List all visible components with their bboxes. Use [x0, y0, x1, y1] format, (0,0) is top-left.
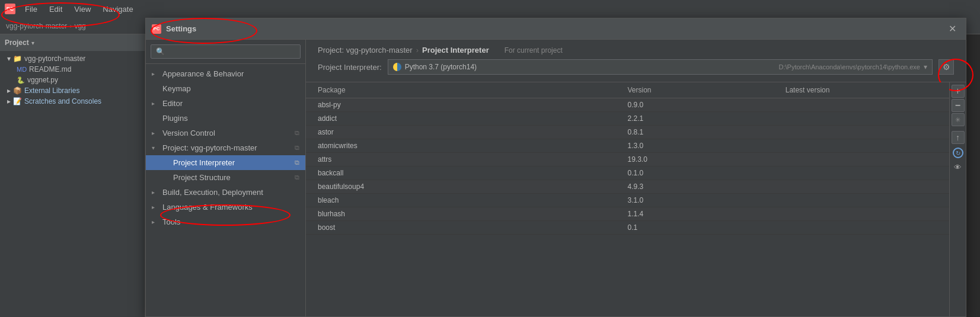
expand-icon5: ▸ — [152, 130, 159, 136]
sidebar-item-external-libs[interactable]: ▸ 📦 External Libraries — [0, 85, 145, 96]
ide-menubar: PC File Edit View Navigate — [0, 0, 980, 18]
settings-nav-interpreter[interactable]: Project Interpreter ⧉ — [146, 155, 305, 170]
settings-nav-vcs[interactable]: ▸ Version Control ⧉ — [146, 126, 305, 140]
settings-nav: ▸ Appearance & Behavior Keymap ▸ Editor — [146, 40, 306, 316]
sidebar-dropdown-icon[interactable]: ▾ — [31, 40, 34, 46]
table-row[interactable]: atomicwrites 1.3.0 — [306, 139, 949, 153]
table-row[interactable]: boost 0.1 — [306, 221, 949, 235]
expand-icon9: ▸ — [152, 189, 159, 196]
interpreter-select[interactable]: Python 3.7 (pytorch14) D:\Pytorch\Anacon… — [388, 59, 933, 75]
table-row[interactable]: beautifulsoup4 4.9.3 — [306, 180, 949, 194]
sidebar-item-vggnet[interactable]: 🐍 vggnet.py — [0, 75, 145, 85]
settings-nav-appearance[interactable]: ▸ Appearance & Behavior — [146, 66, 305, 81]
packages-sidebar: + − ✳ ↑ ↻ 👁 — [949, 82, 966, 316]
table-row[interactable]: addict 2.2.1 — [306, 112, 949, 126]
packages-area: Package Version Latest version absl-py 0… — [306, 82, 966, 316]
pkg-name-5: backcall — [318, 169, 622, 177]
pkg-version-7: 3.1.0 — [622, 196, 780, 204]
table-row[interactable]: attrs 19.3.0 — [306, 153, 949, 166]
settings-dialog: PC Settings ✕ ▸ Appearance & Behavior — [145, 34, 966, 317]
add-package-button[interactable]: + — [952, 85, 965, 98]
settings-nav-structure[interactable]: Project Structure ⧉ — [146, 170, 305, 185]
table-row[interactable]: blurhash 1.1.4 — [306, 207, 949, 221]
nav-languages-label: Languages & Frameworks — [162, 203, 253, 212]
settings-nav-plugins[interactable]: Plugins — [146, 111, 305, 126]
menu-view[interactable]: View — [69, 4, 95, 15]
eye-button[interactable]: 👁 — [953, 162, 963, 172]
md-file-icon: MD — [17, 66, 27, 73]
col-header-package: Package — [318, 86, 622, 94]
copy-icon-structure: ⧉ — [295, 174, 299, 181]
expand-icon3: ▸ — [152, 100, 159, 107]
pkg-version-3: 1.3.0 — [622, 142, 780, 150]
breadcrumb-project-name: Project: vgg-pytorch-master — [318, 46, 413, 55]
main-content: Project ▾ ▾ 📁 vgg-pytorch-master MD READ… — [0, 34, 980, 317]
col-header-version: Version — [622, 86, 780, 94]
expand-icon6: ▾ — [152, 145, 159, 151]
settings-close-button[interactable]: ✕ — [945, 34, 960, 36]
table-row[interactable]: bleach 3.1.0 — [306, 194, 949, 207]
pkg-name-3: atomicwrites — [318, 142, 622, 150]
sidebar-project-title: Project — [5, 39, 29, 47]
nav-interpreter-label: Project Interpreter — [173, 158, 235, 167]
table-row[interactable]: astor 0.8.1 — [306, 126, 949, 139]
settings-nav-tools[interactable]: ▸ Tools — [146, 214, 305, 229]
col-header-latest: Latest version — [780, 86, 937, 94]
settings-nav-build[interactable]: ▸ Build, Execution, Deployment — [146, 185, 305, 200]
sidebar-item-scratches[interactable]: ▸ 📝 Scratches and Consoles — [0, 96, 145, 107]
breadcrumb-sep1: › — [69, 22, 72, 30]
settings-titlebar: PC Settings ✕ — [146, 34, 966, 40]
sidebar-root-label: vgg-pytorch-master — [24, 55, 85, 63]
nav-keymap-label: Keymap — [162, 84, 191, 93]
pkg-name-4: attrs — [318, 155, 622, 164]
table-row[interactable]: backcall 0.1.0 — [306, 166, 949, 180]
sidebar-readme-label: README.md — [29, 65, 71, 73]
settings-nav-project[interactable]: ▾ Project: vgg-pytorch-master ⧉ — [146, 140, 305, 155]
nav-vcs-label: Version Control — [162, 129, 215, 137]
interpreter-gear-button[interactable]: ⚙ — [938, 59, 954, 75]
pkg-name-8: blurhash — [318, 210, 622, 218]
settings-breadcrumb: Project: vgg-pytorch-master › Project In… — [318, 46, 954, 55]
pkg-name-7: bleach — [318, 196, 622, 204]
nav-structure-label: Project Structure — [173, 173, 231, 182]
pkg-version-2: 0.8.1 — [622, 128, 780, 136]
ide-window: PC File Edit View Navigate vgg-pytorch-m… — [0, 0, 980, 317]
upgrade-package-button[interactable]: ↑ — [952, 131, 965, 144]
loading-icon: ✳ — [952, 113, 965, 126]
external-libs-icon: 📦 — [13, 87, 22, 95]
nav-project-label: Project: vgg-pytorch-master — [162, 143, 257, 152]
settings-nav-languages[interactable]: ▸ Languages & Frameworks — [146, 200, 305, 214]
remove-package-button[interactable]: − — [952, 99, 965, 112]
breadcrumb-file: vgg — [74, 22, 85, 30]
sidebar-item-root-folder[interactable]: ▾ 📁 vgg-pytorch-master — [0, 53, 145, 64]
pkg-name-1: addict — [318, 114, 622, 123]
pkg-version-8: 1.1.4 — [622, 210, 780, 218]
nav-plugins-label: Plugins — [162, 114, 188, 123]
settings-nav-editor[interactable]: ▸ Editor — [146, 96, 305, 111]
pkg-name-9: boost — [318, 223, 622, 232]
settings-nav-keymap[interactable]: Keymap — [146, 81, 305, 96]
table-row[interactable]: absl-py 0.9.0 — [306, 98, 949, 112]
packages-table: Package Version Latest version absl-py 0… — [306, 82, 949, 316]
pkg-name-2: astor — [318, 128, 622, 136]
copy-icon-vcs: ⧉ — [295, 129, 299, 137]
py-file-icon: 🐍 — [17, 76, 25, 84]
settings-search-input[interactable] — [151, 44, 301, 59]
menu-file[interactable]: File — [20, 4, 42, 15]
pkg-version-1: 2.2.1 — [622, 114, 780, 123]
refresh-button[interactable]: ↻ — [953, 148, 963, 158]
nav-editor-label: Editor — [162, 99, 183, 108]
settings-search-area — [146, 40, 305, 64]
settings-panel: Project: vgg-pytorch-master › Project In… — [306, 40, 966, 316]
menu-navigate[interactable]: Navigate — [98, 4, 138, 15]
ide-logo: PC — [5, 4, 15, 14]
expand-icon11: ▸ — [152, 219, 159, 225]
sidebar-item-readme[interactable]: MD README.md — [0, 64, 145, 75]
sidebar-header: Project ▾ — [0, 34, 145, 51]
table-header: Package Version Latest version — [306, 82, 949, 98]
interpreter-label: Project Interpreter: — [318, 63, 382, 72]
menu-edit[interactable]: Edit — [44, 4, 67, 15]
interpreter-path-text: D:\Pytorch\Anaconda\envs\pytorch14\pytho… — [779, 63, 920, 71]
breadcrumb-page-name: Project Interpreter — [422, 46, 489, 55]
sidebar-external-label: External Libraries — [24, 87, 79, 95]
